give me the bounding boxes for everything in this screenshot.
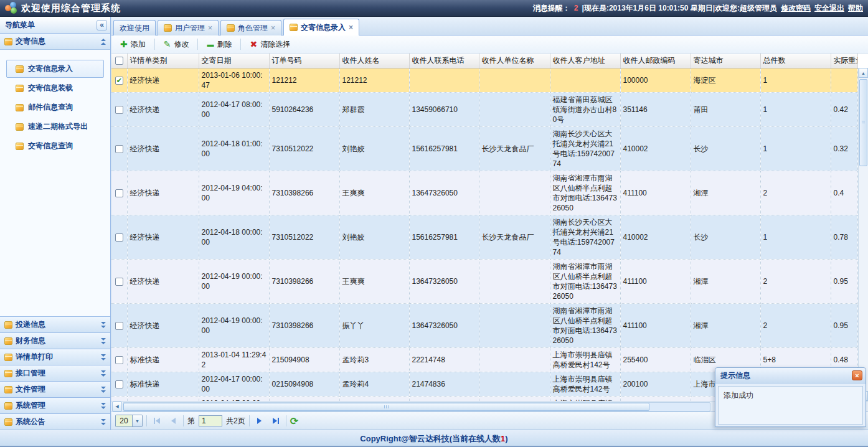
grid-cell: 21474836 (409, 372, 479, 396)
sidebar-collapse-button[interactable]: « (97, 20, 107, 31)
previous-page-button[interactable] (167, 415, 179, 427)
sidebar-item-label: 交寄信息录入 (28, 64, 73, 74)
row-checkbox[interactable] (115, 380, 123, 388)
toolbar-button-3[interactable]: ▬删除 (201, 37, 237, 52)
row-checkbox-cell[interactable] (111, 171, 127, 215)
sidebar-item-5[interactable]: 交寄信息查询 (6, 137, 104, 155)
chevron-down-icon[interactable] (101, 403, 106, 409)
row-checkbox[interactable] (115, 356, 123, 364)
vertical-scroll-thumb[interactable] (859, 79, 867, 166)
toolbar-button-1[interactable]: ✚添加 (115, 37, 151, 52)
grid-row-6[interactable]: 经济快递2012-04-19 00:00:007310398266王爽爽1364… (111, 259, 857, 303)
next-page-button[interactable] (253, 415, 266, 427)
chevron-down-icon[interactable] (101, 419, 106, 425)
sidebar-section-delivery-info[interactable]: 交寄信息 (0, 34, 110, 50)
last-page-button[interactable] (270, 415, 282, 427)
pencil-icon: ✎ (164, 40, 171, 49)
help-link[interactable]: 帮助 (848, 3, 863, 14)
row-checkbox[interactable] (115, 189, 123, 197)
close-tab-icon[interactable]: × (271, 24, 275, 32)
row-checkbox-cell[interactable] (111, 126, 127, 171)
chevron-down-icon[interactable] (101, 354, 106, 360)
row-checkbox-cell[interactable]: ✔ (111, 68, 127, 92)
grid-row-4[interactable]: 经济快递2012-04-19 04:00:007310398266王爽爽1364… (111, 171, 857, 215)
sidebar-section-6[interactable]: 系统管理 (0, 397, 110, 413)
sidebar-item-1[interactable]: 交寄信息录入 (6, 60, 104, 78)
column-header-6[interactable]: 收件人单位名称 (479, 54, 550, 68)
column-header-5[interactable]: 收件人联系电话 (409, 54, 479, 68)
tab-3[interactable]: 角色管理× (220, 20, 281, 35)
vertical-scrollbar[interactable]: ▲ ▼ (858, 68, 868, 401)
grid-cell: 孟玲莉5 (339, 396, 409, 401)
column-header-2[interactable]: 交寄日期 (199, 54, 269, 68)
column-header-4[interactable]: 收件人姓名 (339, 54, 409, 68)
select-all-checkbox[interactable] (115, 57, 123, 65)
scroll-left-button[interactable]: ◀ (112, 402, 122, 412)
row-checkbox[interactable] (115, 278, 123, 286)
row-checkbox-cell[interactable] (111, 303, 127, 347)
row-checkbox[interactable]: ✔ (115, 77, 123, 85)
column-header-7[interactable]: 收件人客户地址 (550, 54, 620, 68)
column-header-3[interactable]: 订单号码 (269, 54, 339, 68)
row-checkbox-cell[interactable] (111, 396, 127, 401)
horizontal-scroll-track[interactable] (123, 402, 710, 412)
current-page-input[interactable] (199, 415, 222, 426)
row-checkbox[interactable] (115, 233, 123, 242)
column-header-11[interactable]: 实际重量 (831, 54, 857, 68)
sidebar-item-4[interactable]: 速递二期格式导出 (6, 118, 104, 136)
dialog-header[interactable]: 提示信息 × (715, 368, 866, 383)
sidebar-section-4[interactable]: 接口管理 (0, 365, 110, 381)
tab-4[interactable]: 交寄信息录入× (283, 19, 359, 35)
grid-cell: 2012-04-18 01:00:00 (199, 126, 269, 171)
close-tab-icon[interactable]: × (208, 24, 212, 32)
toolbar-button-2[interactable]: ✎修改 (158, 37, 195, 52)
row-checkbox-cell[interactable] (111, 372, 127, 396)
chevron-up-icon[interactable] (101, 39, 106, 45)
sidebar-section-7[interactable]: 系统公告 (0, 413, 110, 430)
column-header-8[interactable]: 收件人邮政编码 (620, 54, 691, 68)
chevron-down-icon[interactable] (101, 387, 106, 393)
row-checkbox[interactable] (115, 106, 123, 114)
chevron-down-icon[interactable] (101, 370, 106, 377)
page-size-select[interactable]: 20 ▼ (115, 415, 143, 427)
safe-logout-link[interactable]: 安全退出 (814, 3, 844, 14)
select-all-header-cell[interactable] (111, 54, 127, 68)
sidebar-item-2[interactable]: 交寄信息装载 (6, 79, 104, 97)
chevron-down-icon[interactable] (101, 322, 106, 328)
column-header-9[interactable]: 寄达城市 (691, 54, 760, 68)
grid-cell: 湘潭 (691, 171, 760, 215)
grid-toolbar: ✚添加✎修改▬删除✖清除选择 (111, 35, 868, 54)
sidebar-section-3[interactable]: 详情单打印 (0, 349, 110, 365)
tab-1[interactable]: 欢迎使用 (113, 20, 156, 35)
column-header-10[interactable]: 总件数 (760, 54, 831, 68)
row-checkbox[interactable] (115, 322, 123, 330)
row-checkbox[interactable] (115, 145, 123, 153)
sidebar-section-2[interactable]: 财务信息 (0, 332, 110, 349)
column-header-1[interactable]: 详情单类别 (127, 54, 199, 68)
toolbar-button-4[interactable]: ✖清除选择 (244, 37, 296, 52)
package-icon (164, 24, 172, 32)
first-page-button[interactable] (151, 415, 163, 427)
close-icon[interactable]: × (852, 370, 862, 380)
sidebar-section-1[interactable]: 投递信息 (0, 316, 110, 332)
row-checkbox-cell[interactable] (111, 259, 127, 303)
tab-2[interactable]: 用户管理× (158, 20, 219, 35)
horizontal-scroll-thumb[interactable] (123, 403, 649, 411)
refresh-icon[interactable]: ⟳ (290, 415, 298, 427)
row-checkbox-cell[interactable] (111, 347, 127, 372)
scroll-up-button[interactable]: ▲ (859, 68, 868, 78)
message-count[interactable]: 2 (574, 4, 578, 12)
grid-cell (479, 259, 550, 303)
row-checkbox-cell[interactable] (111, 92, 127, 126)
sidebar-item-3[interactable]: 邮件信息查询 (6, 98, 104, 116)
chevron-down-icon[interactable] (101, 338, 106, 344)
change-password-link[interactable]: 修改密码 (781, 3, 811, 14)
grid-row-3[interactable]: 经济快递2012-04-18 01:00:007310512022刘艳姣1561… (111, 126, 857, 171)
grid-row-5[interactable]: 经济快递2012-04-18 00:00:007310512022刘艳姣1561… (111, 215, 857, 259)
close-tab-icon[interactable]: × (349, 24, 353, 31)
grid-row-7[interactable]: 经济快递2012-04-19 00:00:007310398266振丫丫1364… (111, 303, 857, 347)
sidebar-section-5[interactable]: 文件管理 (0, 381, 110, 397)
grid-row-2[interactable]: 经济快递2012-04-17 08:00:005910264236郑群霞1345… (111, 92, 857, 126)
row-checkbox-cell[interactable] (111, 215, 127, 259)
grid-row-1[interactable]: ✔经济快递2013-01-06 10:00:471212121212121000… (111, 68, 857, 92)
